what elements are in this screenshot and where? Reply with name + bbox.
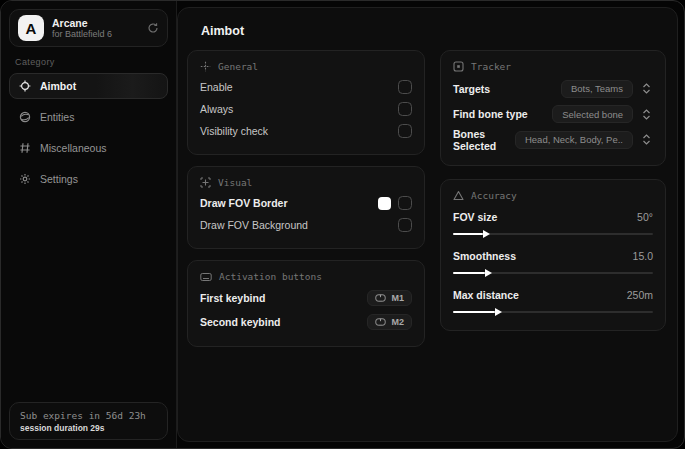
- crosshair-icon: [19, 80, 31, 92]
- card-title: Visual: [218, 177, 252, 188]
- card-title: Activation buttons: [219, 271, 322, 282]
- grid-icon: [19, 142, 31, 154]
- general-card: General Enable Always Visibility check: [187, 50, 425, 155]
- tracker-card: Tracker Targets Bots, Teams: [440, 50, 666, 166]
- tracker-row-bones-selected: Bones Selected Head, Neck, Body, Pe..: [453, 127, 653, 153]
- app-name: Arcane: [52, 17, 139, 29]
- slider-row-fov-size: FOV size 50°: [453, 208, 653, 240]
- max-distance-slider[interactable]: [453, 306, 653, 318]
- slider-label: Smoothness: [453, 250, 516, 262]
- chevron-up-down-icon[interactable]: [640, 107, 653, 122]
- entities-icon: [19, 111, 31, 123]
- setting-row-visibility-check: Visibility check: [200, 120, 412, 142]
- keyboard-icon: [200, 272, 212, 282]
- chevron-up-down-icon[interactable]: [640, 81, 653, 96]
- refresh-icon[interactable]: [147, 22, 159, 34]
- smoothness-slider[interactable]: [453, 267, 653, 279]
- sub-expiry-text: Sub expires in 56d 23h: [20, 410, 157, 421]
- sidebar-item-settings[interactable]: Settings: [9, 166, 168, 192]
- slider-value: 15.0: [633, 250, 653, 262]
- slider-row-smoothness: Smoothness 15.0: [453, 247, 653, 279]
- subscription-card: Sub expires in 56d 23h session duration …: [9, 402, 168, 440]
- main-panel: Aimbot General Enable: [177, 7, 678, 442]
- mouse-icon: [375, 294, 386, 302]
- app-window: A Arcane for Battlefield 6 Category Aimb…: [0, 0, 685, 449]
- keybind-row-second: Second keybind M2: [200, 310, 412, 334]
- visibility-check-checkbox[interactable]: [398, 124, 412, 138]
- second-keybind-button[interactable]: M2: [367, 314, 412, 330]
- keybind-label: First keybind: [200, 292, 265, 304]
- tracker-label: Bones Selected: [453, 128, 515, 152]
- card-title: Accuracy: [471, 190, 517, 201]
- always-checkbox[interactable]: [398, 102, 412, 116]
- app-logo: A: [18, 15, 44, 41]
- sidebar-item-entities[interactable]: Entities: [9, 104, 168, 130]
- card-title: General: [218, 61, 258, 72]
- bones-selected-select[interactable]: Head, Neck, Body, Pe..: [515, 131, 633, 149]
- setting-label: Always: [200, 103, 233, 115]
- tracker-row-find-bone: Find bone type Selected bone: [453, 102, 653, 128]
- setting-row-fov-background: Draw FOV Background: [200, 214, 412, 236]
- session-duration-text: session duration 29s: [20, 423, 157, 433]
- slider-label: FOV size: [453, 211, 497, 223]
- slider-row-max-distance: Max distance 250m: [453, 286, 653, 318]
- tracker-label: Targets: [453, 83, 490, 95]
- setting-label: Draw FOV Background: [200, 219, 308, 231]
- sidebar-item-label: Settings: [40, 173, 78, 185]
- gear-icon: [19, 173, 31, 185]
- tracker-label: Find bone type: [453, 108, 528, 120]
- find-bone-type-select[interactable]: Selected bone: [552, 105, 633, 123]
- setting-row-fov-border: Draw FOV Border: [200, 192, 412, 214]
- app-meta: Arcane for Battlefield 6: [52, 17, 139, 39]
- keybind-value: M1: [391, 293, 404, 303]
- keybind-row-first: First keybind M1: [200, 286, 412, 310]
- enable-checkbox[interactable]: [398, 80, 412, 94]
- setting-label: Enable: [200, 81, 233, 93]
- chevron-up-down-icon[interactable]: [640, 132, 653, 147]
- activation-card: Activation buttons First keybind M1: [187, 260, 425, 347]
- fov-background-checkbox[interactable]: [398, 218, 412, 232]
- first-keybind-button[interactable]: M1: [367, 290, 412, 306]
- setting-row-enable: Enable: [200, 76, 412, 98]
- keybind-label: Second keybind: [200, 316, 281, 328]
- accuracy-card: Accuracy FOV size 50°: [440, 179, 666, 331]
- setting-label: Visibility check: [200, 125, 268, 137]
- card-title: Tracker: [471, 61, 511, 72]
- category-label: Category: [15, 57, 162, 67]
- tracker-row-targets: Targets Bots, Teams: [453, 76, 653, 102]
- mouse-icon: [375, 318, 386, 326]
- slider-label: Max distance: [453, 289, 519, 301]
- accuracy-icon: [453, 190, 464, 201]
- setting-label: Draw FOV Border: [200, 197, 288, 209]
- sidebar-item-aimbot[interactable]: Aimbot: [9, 73, 168, 99]
- sidebar-item-miscellaneous[interactable]: Miscellaneous: [9, 135, 168, 161]
- sidebar-item-label: Entities: [40, 111, 74, 123]
- fov-size-slider[interactable]: [453, 228, 653, 240]
- sidebar-item-label: Aimbot: [40, 80, 76, 92]
- slider-value: 50°: [637, 211, 653, 223]
- slider-value: 250m: [627, 289, 653, 301]
- fov-border-color-swatch[interactable]: [378, 197, 391, 210]
- sidebar: A Arcane for Battlefield 6 Category Aimb…: [1, 1, 177, 448]
- general-icon: [200, 61, 211, 72]
- app-subtitle: for Battlefield 6: [52, 29, 139, 39]
- setting-row-always: Always: [200, 98, 412, 120]
- visual-card: Visual Draw FOV Border Draw FOV Backgrou…: [187, 166, 425, 249]
- fov-border-checkbox[interactable]: [398, 196, 412, 210]
- targets-select[interactable]: Bots, Teams: [561, 80, 633, 98]
- keybind-value: M2: [391, 317, 404, 327]
- sidebar-item-label: Miscellaneous: [40, 142, 107, 154]
- tracker-icon: [453, 61, 464, 72]
- page-title: Aimbot: [201, 24, 666, 38]
- visual-icon: [200, 177, 211, 188]
- app-header-card: A Arcane for Battlefield 6: [9, 9, 168, 47]
- sidebar-nav: Aimbot Entities Miscellaneous: [1, 73, 176, 192]
